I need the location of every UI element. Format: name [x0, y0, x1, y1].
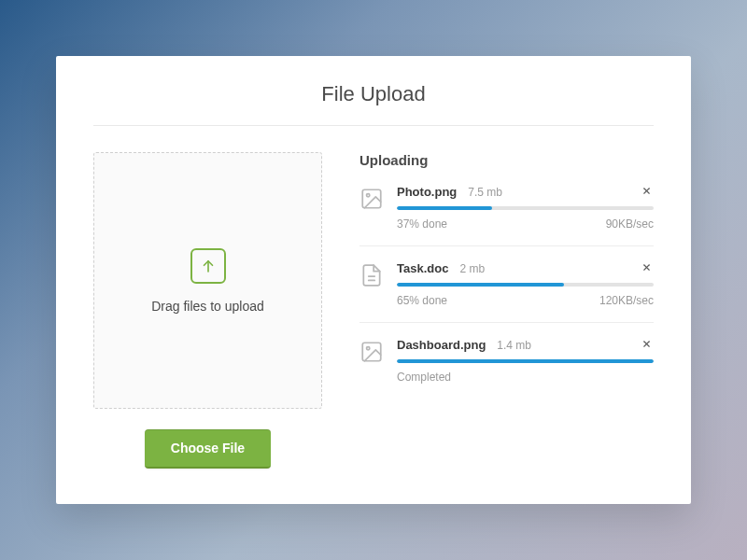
content-area: Drag files to upload Choose File Uploadi…	[93, 152, 654, 469]
dropzone[interactable]: Drag files to upload	[93, 152, 322, 409]
file-item: Dashboard.png 1.4 mb Completed	[359, 338, 654, 399]
image-icon	[359, 187, 384, 211]
file-header-row: Dashboard.png 1.4 mb	[397, 338, 654, 352]
progress-bar	[397, 283, 654, 287]
file-status: 65% done	[397, 294, 447, 307]
file-item: Photo.png 7.5 mb 37% done 90KB/sec	[359, 185, 654, 246]
upload-icon	[190, 248, 226, 284]
file-name: Dashboard.png	[397, 338, 486, 352]
progress-fill	[397, 359, 654, 363]
file-status-row: 37% done 90KB/sec	[397, 217, 654, 231]
progress-fill	[397, 206, 492, 210]
file-speed: 90KB/sec	[606, 217, 654, 231]
upload-card: File Upload Drag files to upload Choose …	[56, 56, 691, 504]
file-size: 7.5 mb	[468, 186, 502, 199]
close-icon[interactable]	[640, 185, 654, 198]
svg-point-10	[367, 347, 370, 350]
left-column: Drag files to upload Choose File	[93, 152, 322, 469]
dropzone-label: Drag files to upload	[151, 299, 264, 314]
image-icon	[359, 340, 384, 364]
right-column: Uploading Photo.png 7.5 mb 37% done 90KB…	[359, 152, 654, 469]
progress-bar	[397, 359, 654, 363]
file-status-row: 65% done 120KB/sec	[397, 294, 654, 307]
file-name: Task.doc	[397, 261, 448, 275]
file-status: Completed	[397, 371, 451, 384]
file-status-row: Completed	[397, 371, 654, 384]
progress-bar	[397, 206, 654, 210]
uploading-heading: Uploading	[359, 152, 654, 168]
file-size: 2 mb	[459, 262, 485, 275]
document-icon	[359, 263, 384, 287]
choose-file-button[interactable]: Choose File	[145, 429, 271, 469]
file-status: 37% done	[397, 217, 447, 231]
file-size: 1.4 mb	[497, 339, 531, 352]
file-name: Photo.png	[397, 185, 457, 199]
close-icon[interactable]	[640, 338, 654, 351]
file-header-row: Task.doc 2 mb	[397, 261, 654, 275]
file-header-row: Photo.png 7.5 mb	[397, 185, 654, 199]
file-speed: 120KB/sec	[599, 294, 654, 307]
file-body: Dashboard.png 1.4 mb Completed	[397, 338, 654, 384]
page-title: File Upload	[93, 82, 654, 126]
file-list: Photo.png 7.5 mb 37% done 90KB/sec Task.…	[359, 185, 654, 399]
svg-point-2	[367, 194, 370, 197]
file-item: Task.doc 2 mb 65% done 120KB/sec	[359, 261, 654, 323]
progress-fill	[397, 283, 564, 287]
file-body: Photo.png 7.5 mb 37% done 90KB/sec	[397, 185, 654, 231]
file-body: Task.doc 2 mb 65% done 120KB/sec	[397, 261, 654, 307]
close-icon[interactable]	[640, 261, 654, 274]
